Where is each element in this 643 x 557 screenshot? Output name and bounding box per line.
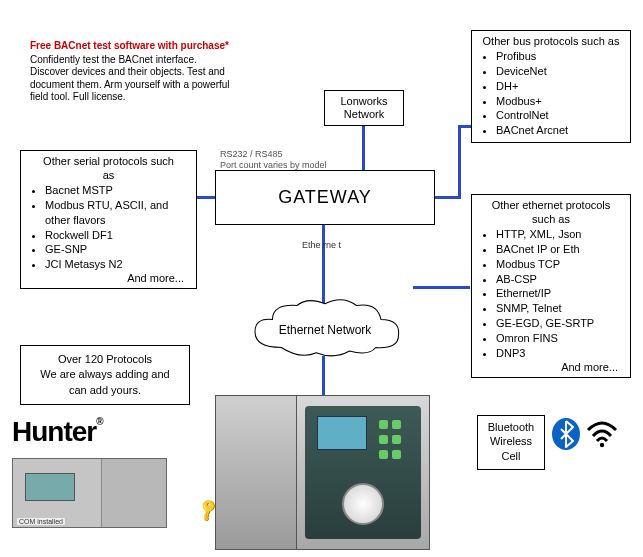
lonworks-box: Lonworks Network <box>324 90 404 126</box>
gateway-box: GATEWAY <box>215 170 435 225</box>
list-item: BACnet Arcnet <box>496 123 624 138</box>
bt-l1: Bluetooth <box>480 420 542 434</box>
list-item: JCI Metasys N2 <box>45 257 190 272</box>
serial-protocols-box: Other serial protocols such as Bacnet MS… <box>20 150 197 289</box>
eth-title-l1: Other ethernet protocols <box>478 199 624 211</box>
eth-title-l2: such as <box>478 213 624 225</box>
cloud-label: Ethernet Network <box>230 323 420 337</box>
device-door: 🔑 <box>215 395 297 550</box>
lonworks-l2: Network <box>325 108 403 121</box>
serial-more: And more... <box>27 272 190 284</box>
line-lonworks <box>362 126 365 170</box>
device-dial <box>342 483 384 525</box>
mini-screen <box>25 473 75 501</box>
bus-title: Other bus protocols such as <box>478 35 624 47</box>
device-panel <box>297 395 430 550</box>
serial-title-l2: as <box>27 169 190 181</box>
list-item: Modbus TCP <box>496 257 624 272</box>
list-item: DeviceNet <box>496 64 624 79</box>
device-buttons <box>377 418 411 463</box>
count-l3: can add yours. <box>25 383 185 398</box>
list-item: DNP3 <box>496 346 624 361</box>
ethernet-label: Ethe rne t <box>302 240 341 250</box>
wireless-icons <box>551 416 621 452</box>
wifi-icon <box>585 420 619 448</box>
promo-headline: Free BACnet test software with purchase* <box>30 40 230 53</box>
list-item: HTTP, XML, Json <box>496 227 624 242</box>
bt-l2: Wireless <box>480 434 542 448</box>
line-ethbox <box>413 286 470 289</box>
com-installed-tag: COM installed <box>17 518 65 525</box>
list-item: Modbus RTU, ASCII, and other flavors <box>45 198 190 228</box>
promo-text: Free BACnet test software with purchase*… <box>30 40 230 104</box>
count-l1: Over 120 Protocols <box>25 352 185 367</box>
list-item: Bacnet MSTP <box>45 183 190 198</box>
eth-list: HTTP, XML, Json BACnet IP or Eth Modbus … <box>478 227 624 361</box>
bus-list: Profibus DeviceNet DH+ Modbus+ ControlNe… <box>478 49 624 138</box>
registered-icon: ® <box>96 416 102 427</box>
bt-l3: Cell <box>480 449 542 463</box>
bus-protocols-box: Other bus protocols such as Profibus Dev… <box>471 30 631 143</box>
list-item: Profibus <box>496 49 624 64</box>
list-item: SNMP, Telnet <box>496 301 624 316</box>
lonworks-l1: Lonworks <box>325 95 403 108</box>
line-serial <box>196 196 216 199</box>
line-bus-in <box>458 125 472 128</box>
line-eth1 <box>322 225 325 305</box>
list-item: GE-SNP <box>45 242 190 257</box>
list-item: Ethernet/IP <box>496 286 624 301</box>
mini-controller-image: COM installed <box>12 458 167 528</box>
svg-point-1 <box>600 443 604 447</box>
line-bus-v <box>458 125 461 199</box>
list-item: GE-EGD, GE-SRTP <box>496 316 624 331</box>
ethernet-cloud: Ethernet Network <box>230 295 420 365</box>
wireless-box: Bluetooth Wireless Cell <box>477 415 545 470</box>
list-item: BACnet IP or Eth <box>496 242 624 257</box>
line-bus-out <box>435 196 459 199</box>
rs232-l2: Port count varies by model <box>220 160 327 171</box>
list-item: ControlNet <box>496 108 624 123</box>
key-icon: 🔑 <box>194 496 221 523</box>
count-l2: We are always adding and <box>25 367 185 382</box>
hunter-logo: Hunter® <box>12 416 103 448</box>
rs232-l1: RS232 / RS485 <box>220 149 327 160</box>
device-lcd <box>317 416 367 450</box>
hunter-text: Hunter <box>12 416 96 447</box>
list-item: Rockwell DF1 <box>45 228 190 243</box>
promo-body: Confidently test the BACnet interface. D… <box>30 54 230 104</box>
bluetooth-icon <box>551 417 581 451</box>
serial-list: Bacnet MSTP Modbus RTU, ASCII, and other… <box>27 183 190 272</box>
list-item: Modbus+ <box>496 94 624 109</box>
gateway-label: GATEWAY <box>278 187 372 208</box>
rs232-label: RS232 / RS485 Port count varies by model <box>220 149 327 171</box>
list-item: AB-CSP <box>496 272 624 287</box>
ethernet-protocols-box: Other ethernet protocols such as HTTP, X… <box>471 194 631 378</box>
serial-title-l1: Other serial protocols such <box>27 155 190 167</box>
list-item: DH+ <box>496 79 624 94</box>
eth-more: And more... <box>478 361 624 373</box>
list-item: Omron FINS <box>496 331 624 346</box>
protocol-count-box: Over 120 Protocols We are always adding … <box>20 345 190 405</box>
main-controller-image: 🔑 <box>215 395 430 550</box>
